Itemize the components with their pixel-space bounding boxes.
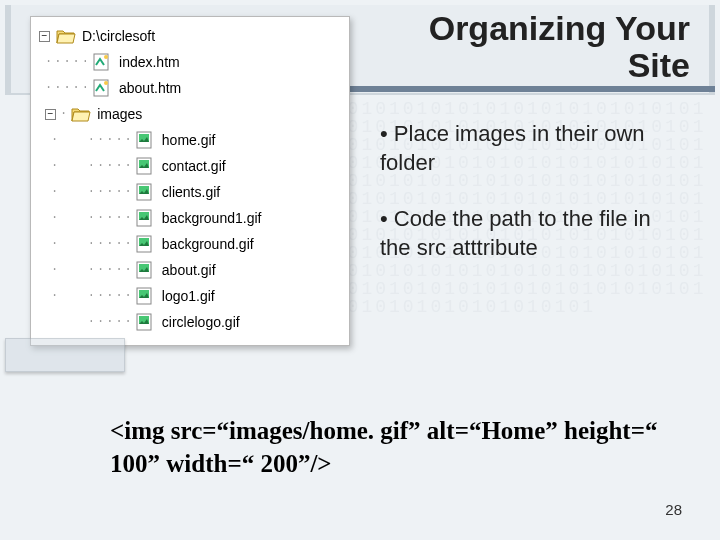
folder-open-icon <box>56 27 76 45</box>
image-file-icon <box>136 287 156 305</box>
tree-node-label: images <box>97 106 142 122</box>
page-number: 28 <box>665 501 682 518</box>
tree-node-label: about.htm <box>119 80 181 96</box>
bullet-item: • Code the path to the file in the src a… <box>380 205 670 262</box>
tree-item[interactable]: · ····· background1.gif <box>31 205 349 231</box>
tree-item[interactable]: · ····· about.gif <box>31 257 349 283</box>
tree-root[interactable]: − D:\circlesoft <box>31 23 349 49</box>
svg-point-1 <box>104 55 108 59</box>
folder-open-icon <box>71 105 91 123</box>
tree-node-label: contact.gif <box>162 158 226 174</box>
tree-node-label: about.gif <box>162 262 216 278</box>
tree-node-label: index.htm <box>119 54 180 70</box>
slide-title: Organizing Your Site <box>390 10 690 85</box>
image-file-icon <box>136 313 156 331</box>
svg-point-3 <box>104 81 108 85</box>
folder-tree: − D:\circlesoft ····· index.htm ····· ab… <box>30 16 350 346</box>
image-file-icon <box>136 131 156 149</box>
bullet-text: Code the path to the file in the src att… <box>380 206 651 260</box>
tree-node-label: D:\circlesoft <box>82 28 155 44</box>
tree-item[interactable]: · ····· logo1.gif <box>31 283 349 309</box>
tree-item[interactable]: · ····· home.gif <box>31 127 349 153</box>
tree-item[interactable]: · ····· contact.gif <box>31 153 349 179</box>
image-file-icon <box>136 209 156 227</box>
image-file-icon <box>136 183 156 201</box>
tree-node-label: clients.gif <box>162 184 220 200</box>
tree-folder-images[interactable]: − · images <box>31 101 349 127</box>
collapse-icon[interactable]: − <box>39 31 50 42</box>
tree-node-label: home.gif <box>162 132 216 148</box>
tree-node-label: logo1.gif <box>162 288 215 304</box>
tree-item[interactable]: ····· index.htm <box>31 49 349 75</box>
bullet-text: Place images in their own folder <box>380 121 645 175</box>
tree-item[interactable]: · ····· clients.gif <box>31 179 349 205</box>
html-file-icon <box>93 79 113 97</box>
tree-node-label: background.gif <box>162 236 254 252</box>
tree-item[interactable]: ····· about.htm <box>31 75 349 101</box>
html-file-icon <box>93 53 113 71</box>
code-example: <img src=“images/home. gif” alt=“Home” h… <box>110 415 670 480</box>
body-text: • Place images in their own folder • Cod… <box>380 120 670 290</box>
tree-item[interactable]: ····· circlelogo.gif <box>31 309 349 335</box>
image-file-icon <box>136 261 156 279</box>
image-file-icon <box>136 157 156 175</box>
image-file-icon <box>136 235 156 253</box>
collapse-icon[interactable]: − <box>45 109 56 120</box>
tree-node-label: background1.gif <box>162 210 262 226</box>
tree-node-label: circlelogo.gif <box>162 314 240 330</box>
side-tab <box>5 338 125 372</box>
tree-item[interactable]: · ····· background.gif <box>31 231 349 257</box>
bullet-item: • Place images in their own folder <box>380 120 670 177</box>
